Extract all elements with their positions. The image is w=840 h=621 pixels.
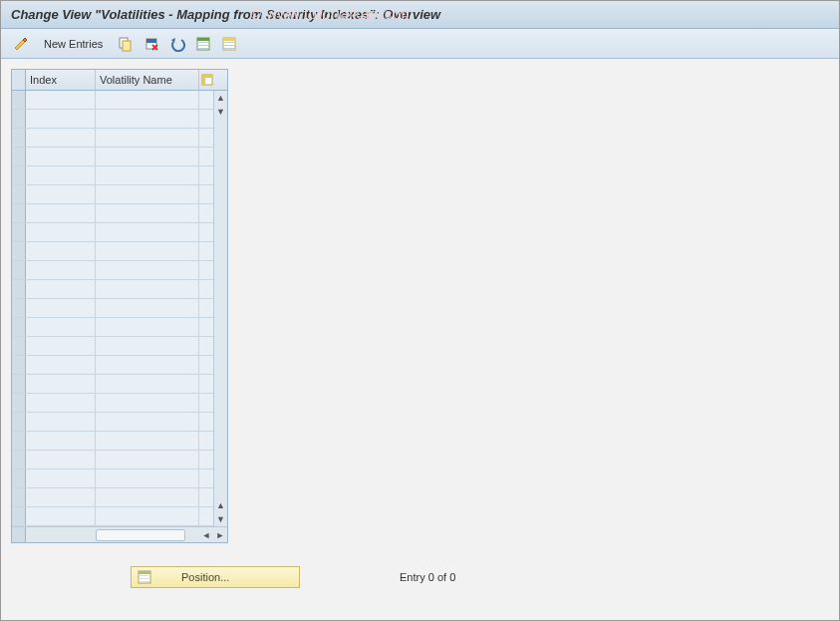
cell-volatility-name[interactable]	[96, 91, 199, 109]
scroll-right-button[interactable]: ►	[213, 528, 227, 542]
cell-volatility-name[interactable]	[96, 129, 199, 147]
cell-volatility-name[interactable]	[96, 204, 199, 222]
row-selector[interactable]	[12, 110, 26, 128]
row-selector[interactable]	[12, 148, 26, 165]
scroll-left-button[interactable]: ◄	[199, 528, 213, 542]
row-selector[interactable]	[12, 469, 26, 487]
cell-volatility-name[interactable]	[96, 242, 199, 260]
cell-index[interactable]	[26, 451, 96, 468]
row-selector[interactable]	[12, 318, 26, 336]
cell-volatility-name[interactable]	[96, 166, 199, 184]
undo-icon	[169, 36, 185, 52]
table-body: ▲ ▼ ▲ ▼	[12, 91, 227, 526]
cell-index[interactable]	[26, 204, 96, 222]
table-control: Index Volatility Name ▲ ▼ ▲ ▼	[11, 69, 228, 543]
horizontal-scrollbar[interactable]: ◄ ►	[26, 527, 227, 542]
cell-volatility-name[interactable]	[96, 223, 199, 241]
cell-volatility-name[interactable]	[96, 261, 199, 279]
row-selector[interactable]	[12, 451, 26, 468]
row-selector[interactable]	[12, 185, 26, 203]
cell-index[interactable]	[26, 129, 96, 147]
row-selector[interactable]	[12, 261, 26, 279]
select-all-button[interactable]	[193, 34, 213, 54]
cell-volatility-name[interactable]	[96, 356, 199, 374]
cell-index[interactable]	[26, 318, 96, 336]
scroll-down-step-button[interactable]: ▼	[214, 105, 228, 119]
cell-index[interactable]	[26, 148, 96, 165]
cell-index[interactable]	[26, 223, 96, 241]
cell-index[interactable]	[26, 299, 96, 317]
row-selector[interactable]	[12, 356, 26, 374]
row-selector[interactable]	[12, 337, 26, 355]
row-selector[interactable]	[12, 223, 26, 241]
cell-index[interactable]	[26, 413, 96, 431]
cell-volatility-name[interactable]	[96, 394, 199, 412]
cell-volatility-name[interactable]	[96, 337, 199, 355]
row-selector[interactable]	[12, 299, 26, 317]
cell-index[interactable]	[26, 280, 96, 298]
cell-volatility-name[interactable]	[96, 185, 199, 203]
cell-index[interactable]	[26, 488, 96, 506]
cell-index[interactable]	[26, 261, 96, 279]
table-footer-corner	[12, 527, 26, 542]
column-header-volatility-name[interactable]: Volatility Name	[96, 70, 199, 90]
cell-index[interactable]	[26, 242, 96, 260]
cell-volatility-name[interactable]	[96, 280, 199, 298]
cell-index[interactable]	[26, 185, 96, 203]
row-selector[interactable]	[12, 394, 26, 412]
scroll-up-button[interactable]: ▲	[214, 91, 228, 105]
deselect-all-button[interactable]	[219, 34, 239, 54]
cell-index[interactable]	[26, 356, 96, 374]
cell-volatility-name[interactable]	[96, 299, 199, 317]
scroll-down-button[interactable]: ▼	[214, 512, 228, 526]
cell-index[interactable]	[26, 91, 96, 109]
cell-index[interactable]	[26, 394, 96, 412]
cell-volatility-name[interactable]	[96, 318, 199, 336]
svg-rect-13	[223, 42, 235, 43]
cell-volatility-name[interactable]	[96, 432, 199, 450]
vertical-scrollbar[interactable]: ▲ ▼ ▲ ▼	[213, 91, 227, 526]
row-selector[interactable]	[12, 280, 26, 298]
cell-index[interactable]	[26, 337, 96, 355]
svg-rect-3	[146, 39, 156, 43]
select-all-rows-corner[interactable]	[12, 70, 26, 90]
table-settings-button[interactable]	[199, 70, 215, 90]
cell-volatility-name[interactable]	[96, 451, 199, 468]
cell-index[interactable]	[26, 166, 96, 184]
table-row	[12, 166, 213, 185]
cell-volatility-name[interactable]	[96, 110, 199, 128]
cell-index[interactable]	[26, 110, 96, 128]
cell-volatility-name[interactable]	[96, 375, 199, 393]
row-selector[interactable]	[12, 129, 26, 147]
row-selector[interactable]	[12, 204, 26, 222]
new-entries-button[interactable]: New Entries	[37, 35, 110, 53]
cell-volatility-name[interactable]	[96, 148, 199, 165]
table-row	[12, 299, 213, 318]
row-selector[interactable]	[12, 507, 26, 525]
cell-index[interactable]	[26, 507, 96, 525]
horizontal-scroll-thumb[interactable]	[96, 529, 185, 541]
svg-rect-15	[223, 48, 235, 49]
row-selector[interactable]	[12, 432, 26, 450]
column-header-index[interactable]: Index	[26, 70, 96, 90]
row-selector[interactable]	[12, 375, 26, 393]
cell-volatility-name[interactable]	[96, 488, 199, 506]
copy-as-button[interactable]	[116, 34, 136, 54]
cell-volatility-name[interactable]	[96, 507, 199, 525]
row-selector[interactable]	[12, 166, 26, 184]
cell-index[interactable]	[26, 375, 96, 393]
cell-index[interactable]	[26, 469, 96, 487]
position-button[interactable]: Position...	[131, 566, 300, 588]
toggle-display-change-button[interactable]	[11, 34, 31, 54]
undo-change-button[interactable]	[167, 34, 187, 54]
cell-index[interactable]	[26, 432, 96, 450]
cell-volatility-name[interactable]	[96, 469, 199, 487]
svg-rect-21	[139, 575, 150, 576]
row-selector[interactable]	[12, 242, 26, 260]
scroll-up-step-button[interactable]: ▲	[214, 498, 228, 512]
row-selector[interactable]	[12, 488, 26, 506]
row-selector[interactable]	[12, 91, 26, 109]
delete-button[interactable]	[141, 34, 161, 54]
row-selector[interactable]	[12, 413, 26, 431]
cell-volatility-name[interactable]	[96, 413, 199, 431]
